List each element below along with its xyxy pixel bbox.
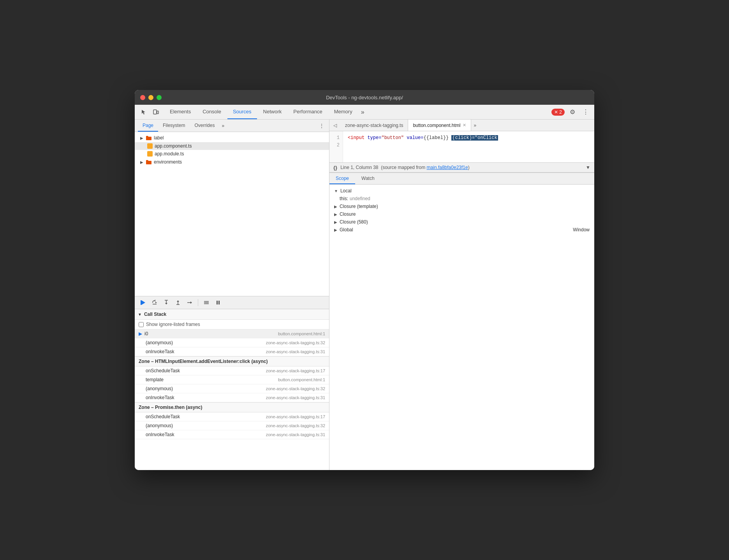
error-icon: ✕ <box>554 109 558 115</box>
tab-console[interactable]: Console <box>197 105 227 119</box>
frame-name-onScheduleTask: onScheduleTask <box>146 368 266 373</box>
tab-network[interactable]: Network <box>258 105 287 119</box>
toolbar-right: ✕ 2 ⚙ ⋮ <box>551 107 591 118</box>
step-over-button[interactable] <box>150 298 160 308</box>
scope-closure-580[interactable]: ▶ Closure (580) <box>329 218 594 226</box>
step-button[interactable] <box>185 298 195 308</box>
editor-back-button[interactable]: ◁ <box>331 122 339 129</box>
window-title: DevTools - ng-devtools.netlify.app/ <box>326 95 403 100</box>
scope-local-header[interactable]: ▼ Local <box>329 187 594 195</box>
stack-frame-template[interactable]: template button.component.html:1 <box>135 375 329 384</box>
right-panel: ◁ zone-async-stack-tagging.ts button.com… <box>329 120 594 470</box>
scope-this-value: undefined <box>350 196 370 201</box>
svg-rect-3 <box>141 300 141 305</box>
tree-item-app-module[interactable]: app.module.ts <box>135 150 329 158</box>
scope-tab-watch[interactable]: Watch <box>355 173 381 184</box>
tree-item-label-folder[interactable]: ▶ label <box>135 134 329 142</box>
step-into-button[interactable] <box>161 298 171 308</box>
device-icon-button[interactable] <box>150 107 161 118</box>
svg-marker-2 <box>141 300 145 305</box>
tree-item-app-component[interactable]: app.component.ts <box>135 142 329 150</box>
stack-frame-onScheduleTask[interactable]: onScheduleTask zone-async-stack-tagging.… <box>135 366 329 375</box>
cursor-icon-button[interactable] <box>138 107 149 118</box>
frame-name-anonymous: (anonymous) <box>146 340 266 345</box>
scope-closure[interactable]: ▶ Closure <box>329 210 594 218</box>
main-content: Page Filesystem Overrides » ⋮ ▶ label <box>135 120 594 470</box>
editor-tab-zone-async[interactable]: zone-async-stack-tagging.ts <box>340 120 408 131</box>
editor-tab-close[interactable]: ✕ <box>463 123 466 128</box>
deactivate-breakpoints-button[interactable] <box>201 298 211 308</box>
scope-closure-template[interactable]: ▶ Closure (template) <box>329 203 594 210</box>
folder-environments-name: environments <box>154 159 182 165</box>
frame-name-i0: i0 <box>144 331 278 336</box>
source-map-link[interactable]: main.fa8bfa0e23f1e <box>427 165 468 170</box>
editor-tabs-more[interactable]: » <box>471 123 479 128</box>
stack-frame-onScheduleTask2[interactable]: onScheduleTask zone-async-stack-tagging.… <box>135 412 329 421</box>
call-stack-header[interactable]: ▼ Call Stack <box>135 309 329 320</box>
stack-frame-onInvokeTask2[interactable]: onInvokeTask zone-async-stack-tagging.ts… <box>135 393 329 402</box>
code-content[interactable]: <input type="button" value={{label}} (cl… <box>343 131 594 162</box>
status-braces[interactable]: {} <box>333 165 337 171</box>
stack-frame-onInvokeTask1[interactable]: onInvokeTask zone-async-stack-tagging.ts… <box>135 347 329 356</box>
scope-local-arrow: ▼ <box>334 189 338 193</box>
frame-location-onInvokeTask3: zone-async-stack-tagging.ts:31 <box>266 432 325 437</box>
stack-frame-onInvokeTask3[interactable]: onInvokeTask zone-async-stack-tagging.ts… <box>135 430 329 439</box>
tab-performance[interactable]: Performance <box>288 105 328 119</box>
folder-arrow-label: ▶ <box>139 136 144 140</box>
ignore-frames-row: Show ignore-listed frames <box>135 320 329 329</box>
stack-frame-anonymous2[interactable]: (anonymous) zone-async-stack-tagging.ts:… <box>135 384 329 393</box>
status-bar: {} Line 1, Column 38 (source mapped from… <box>329 162 594 173</box>
editor-tab-button-component[interactable]: button.component.html ✕ <box>408 120 471 131</box>
file-tab-filesystem[interactable]: Filesystem <box>158 120 190 132</box>
pause-exceptions-button[interactable] <box>213 298 223 308</box>
file-icon-app-component <box>147 143 153 149</box>
scope-content: ▼ Local this: undefined ▶ Closure (templ… <box>329 185 594 470</box>
file-name-app-component: app.component.ts <box>155 143 192 149</box>
status-collapse-arrow[interactable]: ▼ <box>586 165 590 170</box>
file-panel-menu[interactable]: ⋮ <box>317 121 326 130</box>
resume-button[interactable] <box>138 298 148 308</box>
error-badge[interactable]: ✕ 2 <box>551 109 565 116</box>
svg-rect-18 <box>218 301 220 305</box>
svg-rect-17 <box>217 301 218 305</box>
stack-frame-anonymous[interactable]: (anonymous) zone-async-stack-tagging.ts:… <box>135 338 329 347</box>
scope-tab-scope[interactable]: Scope <box>329 173 355 184</box>
toolbar-icons <box>138 107 161 118</box>
scope-closure-template-arrow: ▶ <box>334 204 337 209</box>
scope-closure-580-arrow: ▶ <box>334 220 337 224</box>
svg-marker-5 <box>155 302 157 303</box>
maximize-button[interactable] <box>157 95 162 100</box>
scope-global[interactable]: ▶ Global Window <box>329 226 594 234</box>
call-stack-title: Call Stack <box>144 312 166 317</box>
tab-sources[interactable]: Sources <box>227 105 257 119</box>
file-icon-app-module <box>147 151 153 157</box>
line-num-1: 1 <box>333 134 340 142</box>
frame-location-i0: button.component.html:1 <box>278 331 325 336</box>
tab-memory[interactable]: Memory <box>329 105 358 119</box>
file-tab-overrides[interactable]: Overrides <box>190 120 219 132</box>
settings-button[interactable]: ⚙ <box>567 107 578 118</box>
file-tab-page[interactable]: Page <box>138 120 158 132</box>
tree-item-environments-folder[interactable]: ▶ environments <box>135 158 329 166</box>
editor-area: ◁ zone-async-stack-tagging.ts button.com… <box>329 120 594 173</box>
stack-frame-anonymous3[interactable]: (anonymous) zone-async-stack-tagging.ts:… <box>135 421 329 430</box>
stack-frame-i0[interactable]: ▶ i0 button.component.html:1 <box>135 329 329 338</box>
tabs-more-button[interactable]: » <box>359 105 367 119</box>
scope-this-row[interactable]: this: undefined <box>329 195 594 203</box>
close-button[interactable] <box>140 95 145 100</box>
title-bar: DevTools - ng-devtools.netlify.app/ <box>135 90 594 105</box>
step-out-button[interactable] <box>173 298 183 308</box>
file-tabs-more[interactable]: » <box>219 123 227 129</box>
svg-marker-7 <box>165 303 167 305</box>
debug-separator-1 <box>198 299 198 306</box>
scope-global-arrow: ▶ <box>334 228 337 232</box>
more-options-button[interactable]: ⋮ <box>580 107 591 118</box>
line-numbers: 1 2 <box>329 131 343 162</box>
frame-location-anonymous: zone-async-stack-tagging.ts:32 <box>266 340 325 345</box>
tab-elements[interactable]: Elements <box>164 105 196 119</box>
frame-location-anonymous2: zone-async-stack-tagging.ts:32 <box>266 386 325 391</box>
ignore-frames-checkbox[interactable] <box>139 322 144 327</box>
code-line-1: <input type="button" value={{label}} (cl… <box>348 134 590 142</box>
scope-closure-label: Closure <box>340 211 356 217</box>
minimize-button[interactable] <box>148 95 153 100</box>
